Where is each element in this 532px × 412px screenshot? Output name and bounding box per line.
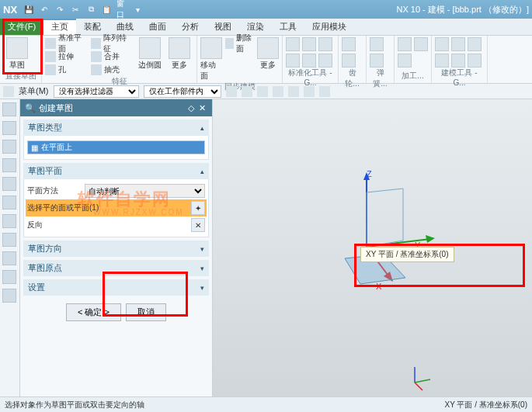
paste-icon[interactable]: 📋: [101, 4, 112, 15]
shell-icon: [91, 64, 102, 75]
deleteface-btn[interactable]: 删除面: [225, 37, 255, 50]
opt-icon-4[interactable]: [273, 86, 283, 97]
extrude-icon: [45, 51, 56, 62]
ok-button[interactable]: < 确定 >: [66, 303, 121, 321]
reverse-label: 反向: [27, 220, 82, 230]
section-origin-header[interactable]: 草图原点▾: [23, 260, 209, 276]
union-btn[interactable]: 合并: [91, 50, 134, 63]
rb-browser-icon[interactable]: [2, 214, 16, 228]
rb-history-icon[interactable]: [2, 233, 16, 247]
resource-bar: [0, 99, 20, 396]
rb-roles-icon[interactable]: [2, 270, 16, 284]
deleteface-icon: [225, 38, 234, 49]
opt-icon-6[interactable]: [304, 86, 315, 97]
dialog-close-icon[interactable]: ✕: [196, 103, 207, 113]
tab-app[interactable]: 应用模块: [304, 19, 354, 35]
tab-file[interactable]: 文件(F): [0, 19, 43, 35]
tab-tools[interactable]: 工具: [272, 19, 304, 35]
svg-line-9: [415, 379, 430, 383]
menu-icon[interactable]: [3, 86, 14, 97]
reverse-button[interactable]: ✕: [191, 218, 205, 232]
datum-plane-btn[interactable]: 基准平面: [45, 37, 89, 50]
section-settings-header[interactable]: 设置▾: [23, 279, 209, 296]
watermark-url: WWW.RJZXW.COM: [93, 208, 184, 216]
filter-select[interactable]: 没有选择过滤器: [54, 85, 139, 98]
opt-icon-1[interactable]: [226, 86, 237, 97]
chevron-up-icon: ▴: [200, 124, 204, 132]
dialog-pin-icon[interactable]: ◇: [186, 103, 196, 113]
model-tools[interactable]: [435, 37, 482, 68]
rb-process-icon[interactable]: [2, 251, 16, 265]
undo-icon[interactable]: ↶: [39, 4, 50, 15]
moveface-icon: [200, 37, 222, 59]
mach-tools[interactable]: [398, 37, 428, 68]
rb-reuse-icon[interactable]: [2, 177, 16, 191]
opt-icon-7[interactable]: [319, 86, 330, 97]
status-selection: XY 平面 / 基准坐标系(0): [445, 400, 528, 410]
more-icon: [257, 37, 279, 59]
rb-hd3d-icon[interactable]: [2, 196, 16, 209]
pattern-icon: [91, 38, 102, 49]
sketch-button[interactable]: 草图: [3, 37, 31, 71]
feature-more-btn[interactable]: 更多: [166, 37, 193, 71]
rb-partnav-icon[interactable]: [2, 121, 16, 135]
x-axis-label: X: [376, 282, 381, 291]
plane-method-label: 平面方法: [27, 185, 82, 196]
union-icon: [91, 51, 102, 62]
section-dir-header[interactable]: 草图方向▾: [23, 241, 209, 257]
opt-icon-2[interactable]: [242, 86, 252, 97]
sketch-type-combo[interactable]: ▦ 在平面上: [27, 140, 205, 154]
sync-more-btn[interactable]: 更多: [256, 37, 279, 71]
copy-icon[interactable]: ⧉: [85, 4, 96, 15]
svg-marker-7: [367, 189, 403, 247]
edgeblend-btn[interactable]: 边倒圆: [137, 37, 164, 71]
save-icon[interactable]: 💾: [23, 4, 34, 15]
dialog-titlebar: 🔍 创建草图 ◇ ✕: [20, 99, 212, 116]
more-icon: [169, 37, 190, 59]
std-tools[interactable]: [286, 37, 332, 68]
sketch-icon: [6, 37, 28, 59]
hole-icon: [45, 64, 56, 75]
status-bar: 选择对象作为草图平面或双击要定向的轴 XY 平面 / 基准坐标系(0): [0, 396, 532, 412]
moveface-btn[interactable]: 移动面: [200, 37, 223, 81]
cancel-button[interactable]: 取消: [126, 303, 166, 321]
section-plane-header[interactable]: 草图平面▴: [23, 163, 209, 179]
rb-constr-icon[interactable]: [2, 158, 16, 172]
chevron-down-icon[interactable]: ▾: [132, 4, 143, 15]
menu-dropdown[interactable]: 菜单(M): [19, 85, 49, 97]
spring-tools[interactable]: [370, 37, 391, 68]
redo-icon[interactable]: ↷: [54, 4, 65, 15]
tab-surface[interactable]: 曲面: [141, 19, 174, 35]
group-sketch-label: 直接草图: [3, 71, 38, 81]
opt-icon-3[interactable]: [257, 86, 268, 97]
gear-tools[interactable]: [342, 37, 363, 68]
extrude-btn[interactable]: 拉伸: [45, 50, 89, 63]
graphics-viewport[interactable]: Z Y X XY 平面 / 基准坐标系(0): [213, 99, 532, 396]
hole-btn[interactable]: 孔: [45, 64, 89, 76]
group-std-label: 标准化工具 - G...: [286, 68, 335, 87]
rb-assembly-icon[interactable]: [2, 140, 16, 154]
z-axis-label: Z: [367, 169, 372, 178]
rb-gear-icon[interactable]: [2, 102, 16, 116]
chevron-down-icon: ▾: [200, 265, 204, 272]
opt-icon-5[interactable]: [288, 86, 299, 97]
tab-analyze[interactable]: 分析: [174, 19, 207, 35]
group-gear-label: 齿轮...: [342, 68, 363, 89]
find-icon[interactable]: 🔍: [25, 103, 36, 113]
pick-plane-button[interactable]: ✦: [191, 201, 205, 215]
chevron-down-icon: ▾: [200, 245, 204, 253]
scope-select[interactable]: 仅在工作部件内: [144, 85, 221, 98]
tab-view[interactable]: 视图: [207, 19, 239, 35]
window-menu[interactable]: 窗口: [116, 4, 127, 15]
edgeblend-icon: [139, 37, 161, 59]
svg-marker-3: [426, 235, 435, 243]
rb-sys-icon[interactable]: [2, 289, 16, 303]
datum-icon: [45, 38, 56, 49]
shell-btn[interactable]: 抽壳: [91, 64, 134, 76]
group-model-label: 建模工具 - G...: [435, 68, 484, 87]
section-type-header[interactable]: 草图类型▴: [23, 119, 209, 136]
view-triad: [405, 361, 436, 392]
pattern-btn[interactable]: 阵列特征: [91, 37, 134, 50]
cut-icon[interactable]: ✂: [70, 4, 81, 15]
svg-line-2: [367, 239, 430, 247]
